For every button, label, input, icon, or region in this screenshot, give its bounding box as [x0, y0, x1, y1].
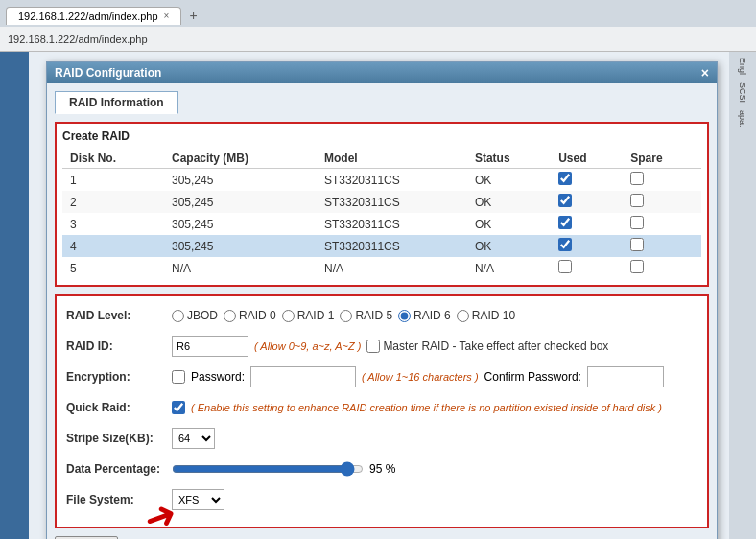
used-checkbox[interactable] [558, 172, 572, 185]
encryption-checkbox[interactable] [172, 370, 185, 384]
raid-level-option-label: JBOD [187, 309, 218, 322]
spare-checkbox[interactable] [630, 172, 644, 185]
password-label: Password: [191, 370, 245, 384]
file-system-select[interactable]: XFSEXT4NTFS [172, 489, 224, 510]
spare-cell[interactable] [623, 235, 701, 257]
right-sidebar-label-1: Engl [736, 56, 749, 77]
spare-cell[interactable] [623, 169, 701, 192]
raid-level-option[interactable]: RAID 6 [398, 309, 451, 322]
disk-table-header-row: Disk No. Capacity (MB) Model Status Used… [62, 149, 701, 169]
col-disk-no: Disk No. [62, 149, 164, 169]
raid-config-dialog: RAID Configuration × RAID Information Cr… [46, 61, 718, 539]
quick-raid-checkbox[interactable] [172, 401, 185, 414]
used-checkbox[interactable] [558, 194, 572, 207]
dialog-close-button[interactable]: × [701, 66, 709, 80]
col-capacity: Capacity (MB) [164, 149, 317, 169]
disk-table-row: 1 305,245 ST3320311CS OK [62, 169, 701, 192]
stripe-size-select[interactable]: 64128256512 [172, 428, 215, 449]
disk-table-row: 3 305,245 ST3320311CS OK [62, 213, 701, 235]
raid-level-option[interactable]: RAID 5 [340, 309, 392, 322]
config-section: RAID Level: JBODRAID 0RAID 1RAID 5RAID 6… [55, 294, 709, 528]
tab-raid-information[interactable]: RAID Information [55, 91, 178, 114]
status-cell: OK [467, 235, 551, 257]
raid-level-radio[interactable] [172, 310, 184, 322]
spare-checkbox[interactable] [630, 238, 644, 251]
raid-level-option-label: RAID 0 [239, 309, 276, 322]
capacity-cell: 305,245 [164, 169, 317, 192]
raid-level-option[interactable]: JBOD [172, 309, 218, 322]
used-cell[interactable] [551, 235, 623, 257]
create-raid-section: Create RAID Disk No. Capacity (MB) Model… [55, 122, 709, 287]
master-raid-checkbox[interactable] [366, 340, 380, 353]
used-cell[interactable] [551, 191, 623, 213]
raid-id-label: RAID ID: [66, 340, 172, 353]
capacity-cell: 305,245 [164, 235, 317, 257]
encryption-row: Encryption: Password: ( Allow 1~16 chara… [66, 365, 697, 388]
raid-level-option[interactable]: RAID 0 [224, 309, 276, 322]
raid-level-option-label: RAID 10 [472, 309, 515, 322]
stripe-size-row: Stripe Size(KB): 64128256512 [66, 427, 697, 450]
spare-cell[interactable] [623, 213, 701, 235]
used-cell[interactable] [551, 169, 623, 192]
raid-level-row: RAID Level: JBODRAID 0RAID 1RAID 5RAID 6… [66, 304, 697, 327]
encryption-label: Encryption: [66, 370, 172, 384]
used-checkbox[interactable] [558, 238, 572, 251]
tab-label: 192.168.1.222/adm/index.php [18, 11, 158, 22]
master-raid-checkbox-label[interactable]: Master RAID - Take effect after checked … [366, 340, 608, 353]
model-cell: ST3320311CS [317, 235, 467, 257]
disk-table-row: 4 305,245 ST3320311CS OK [62, 235, 701, 257]
raid-level-radio[interactable] [340, 310, 352, 322]
raid-level-option-label: RAID 1 [297, 309, 335, 322]
col-used: Used [551, 149, 623, 169]
dialog-title: RAID Configuration [55, 66, 161, 80]
confirm-password-label: Confirm Password: [484, 370, 581, 384]
file-system-content: XFSEXT4NTFS [172, 489, 697, 510]
disk-table: Disk No. Capacity (MB) Model Status Used… [62, 149, 701, 279]
col-model: Model [317, 149, 467, 169]
right-sidebar-label-3: apa. [736, 108, 749, 129]
disk-table-header: Disk No. Capacity (MB) Model Status Used… [62, 149, 701, 169]
raid-id-input[interactable] [172, 336, 248, 357]
raid-level-label: RAID Level: [66, 309, 172, 322]
used-cell[interactable] [551, 257, 623, 279]
disk-table-row: 2 305,245 ST3320311CS OK [62, 191, 701, 213]
spare-cell[interactable] [623, 191, 701, 213]
spare-cell[interactable] [623, 257, 701, 279]
quick-raid-label: Quick Raid: [66, 401, 172, 414]
spare-checkbox[interactable] [630, 260, 644, 273]
address-bar: 192.168.1.222/adm/index.php [0, 27, 756, 52]
new-tab-button[interactable]: + [181, 5, 204, 26]
right-sidebar: Engl SCSI apa. [729, 52, 756, 539]
tab-strip: RAID Information [55, 91, 709, 114]
data-percentage-row: Data Percentage: 95 % [66, 457, 697, 480]
used-checkbox[interactable] [558, 216, 572, 229]
used-checkbox[interactable] [558, 260, 572, 273]
raid-level-radio[interactable] [224, 310, 236, 322]
create-raid-title: Create RAID [62, 129, 701, 143]
tab-close-button[interactable]: × [164, 11, 170, 21]
capacity-cell: N/A [164, 257, 317, 279]
data-percentage-content: 95 % [172, 461, 697, 477]
password-input[interactable] [250, 366, 356, 387]
browser-tabs: 192.168.1.222/adm/index.php × + [0, 0, 756, 27]
spare-checkbox[interactable] [630, 194, 644, 207]
raid-level-radio[interactable] [398, 310, 411, 322]
used-cell[interactable] [551, 213, 623, 235]
disk-no-cell: 1 [62, 169, 164, 192]
confirm-password-input[interactable] [587, 366, 664, 387]
stripe-size-content: 64128256512 [172, 428, 697, 449]
spare-checkbox[interactable] [630, 216, 644, 229]
data-percentage-label: Data Percentage: [66, 462, 172, 476]
raid-level-option[interactable]: RAID 1 [282, 309, 335, 322]
raid-level-radio[interactable] [282, 310, 295, 322]
dialog-titlebar: RAID Configuration × [47, 62, 717, 83]
raid-level-option[interactable]: RAID 10 [457, 309, 515, 322]
data-percentage-slider[interactable] [172, 461, 364, 477]
url-text: 192.168.1.222/adm/index.php [8, 34, 148, 45]
content-area: RAID Configuration × RAID Information Cr… [29, 52, 729, 539]
raid-level-radio[interactable] [457, 310, 469, 322]
capacity-cell: 305,245 [164, 213, 317, 235]
disk-table-row: 5 N/A N/A N/A [62, 257, 701, 279]
password-note: ( Allow 1~16 characters ) [362, 371, 479, 383]
active-tab[interactable]: 192.168.1.222/adm/index.php × [6, 7, 181, 25]
